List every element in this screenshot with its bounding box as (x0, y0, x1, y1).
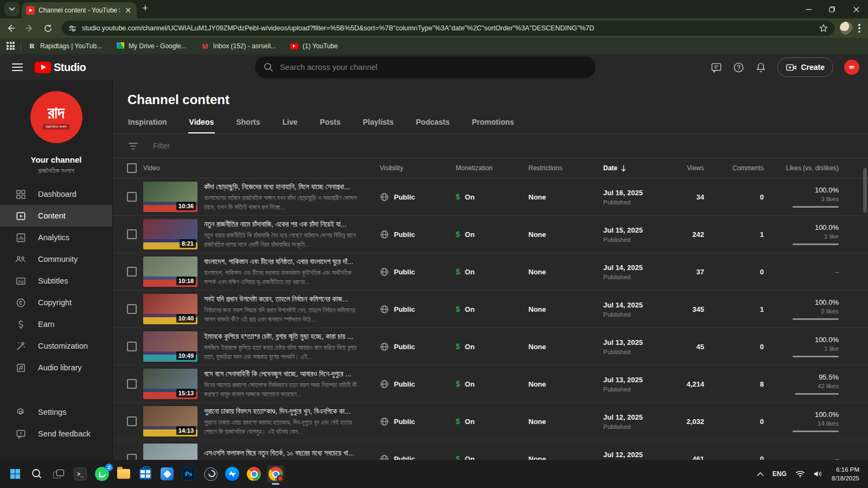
row-checkbox[interactable] (127, 304, 137, 314)
tab-videos[interactable]: Videos (181, 110, 223, 133)
tab-close-icon[interactable]: ✕ (124, 5, 132, 15)
taskbar-explorer[interactable] (115, 465, 132, 483)
taskbar-search[interactable] (28, 465, 46, 483)
sidebar-item-customization[interactable]: Customization (0, 335, 112, 357)
video-title[interactable]: এসএসসি ফলাফল ঘিরে নতুন বিতর্ক, ১০ বছরের … (204, 448, 357, 458)
sidebar-item-content[interactable]: Content (0, 205, 112, 227)
row-checkbox[interactable] (127, 379, 137, 389)
monetization-cell[interactable]: $On (456, 342, 512, 351)
taskbar-task-view[interactable] (50, 465, 67, 483)
col-monetization[interactable]: Monetization (441, 164, 512, 172)
search-input[interactable] (280, 63, 587, 72)
language-indicator[interactable]: ENG (773, 470, 787, 478)
taskbar-whatsapp[interactable]: 2 (93, 465, 111, 483)
monetization-cell[interactable]: $On (456, 192, 512, 201)
video-row[interactable]: 8:21 নতুন রাজনীতির নামে চাঁদাবাজি, একের … (113, 216, 868, 253)
video-title[interactable]: সবই যদি প্রধান উপদেষ্টা করেন, তাহলে নির্… (204, 294, 357, 304)
video-thumbnail[interactable]: 14:13 (143, 406, 197, 436)
tab-live[interactable]: Live (274, 110, 307, 133)
visibility-cell[interactable]: Public (380, 305, 441, 314)
bookmark-item[interactable]: MInbox (152) - asrsell... (201, 42, 276, 50)
bookmark-star-icon[interactable] (819, 24, 828, 33)
sidebar-item-dashboard[interactable]: Dashboard (0, 183, 112, 205)
monetization-cell[interactable]: $On (456, 380, 512, 388)
reload-button[interactable] (40, 21, 55, 36)
row-checkbox[interactable] (127, 229, 137, 239)
video-row[interactable]: 10:49 ইমামকে কুপিয়ে হ*ত্যা*র চেষ্টা, ব্… (113, 328, 868, 365)
col-restrictions[interactable]: Restrictions (512, 164, 588, 172)
row-checkbox[interactable] (127, 416, 137, 426)
tab-inspiration[interactable]: Inspiration (119, 110, 176, 133)
sidebar-item-settings[interactable]: Settings (0, 401, 112, 423)
video-row[interactable]: এসএসসি ফলাফল ঘিরে নতুন বিতর্ক, ১০ বছরের … (113, 440, 868, 460)
taskbar-photoshop[interactable]: Ps (180, 465, 197, 483)
video-thumbnail[interactable]: 10:49 (143, 331, 197, 362)
monetization-cell[interactable]: $On (456, 267, 512, 276)
volume-icon[interactable] (814, 470, 823, 478)
forward-button[interactable] (22, 21, 37, 36)
hamburger-menu-icon[interactable] (12, 63, 23, 71)
back-button[interactable] (3, 21, 18, 36)
monetization-cell[interactable]: $On (456, 454, 512, 460)
sidebar-item-copyright[interactable]: Copyright (0, 292, 112, 313)
col-visibility[interactable]: Visibility (367, 164, 441, 172)
new-tab-button[interactable]: + (142, 2, 148, 14)
tab-posts[interactable]: Posts (311, 110, 349, 133)
visibility-cell[interactable]: Public (380, 454, 441, 460)
row-checkbox[interactable] (127, 267, 137, 277)
channel-avatar[interactable]: রাদ রাজনৈতিক সংলাপ (30, 91, 82, 143)
filter-input[interactable]: Filter (153, 142, 170, 150)
select-all-checkbox[interactable] (127, 163, 137, 173)
video-thumbnail[interactable] (143, 444, 197, 460)
col-views[interactable]: Views (671, 164, 718, 172)
video-row[interactable]: 14:13 পুরানো ঢাকায় বিভৎস হত্যা*কাণ্ড, দ… (113, 403, 868, 440)
browser-menu-icon[interactable] (858, 24, 860, 33)
feedback-comment-icon[interactable] (711, 62, 722, 73)
video-title[interactable]: বসে বসে সেনাবাহিনী কি লেবেনজুস খাচ্ছে, আ… (204, 369, 357, 379)
taskbar-terminal[interactable]: >_ (72, 465, 89, 483)
visibility-cell[interactable]: Public (380, 342, 441, 351)
bookmark-item[interactable]: (1) YouTube (290, 42, 338, 50)
site-settings-icon[interactable] (68, 24, 76, 33)
apps-grid-icon[interactable] (7, 42, 15, 50)
video-row[interactable]: 10:40 সবই যদি প্রধান উপদেষ্টা করেন, তাহল… (113, 291, 868, 328)
visibility-cell[interactable]: Public (380, 192, 441, 202)
video-row[interactable]: 15:13 বসে বসে সেনাবাহিনী কি লেবেনজুস খাচ… (113, 365, 868, 403)
monetization-cell[interactable]: $On (456, 417, 512, 426)
video-thumbnail[interactable]: 10:36 (143, 182, 197, 212)
taskbar-photos[interactable] (158, 465, 176, 483)
taskbar-start[interactable] (7, 465, 24, 483)
visibility-cell[interactable]: Public (380, 380, 441, 389)
wifi-icon[interactable] (795, 471, 805, 478)
tab-shorts[interactable]: Shorts (227, 110, 269, 133)
sidebar-item-audio-library[interactable]: Audio library (0, 357, 112, 378)
visibility-cell[interactable]: Public (380, 267, 441, 277)
close-button[interactable] (844, 0, 868, 18)
col-likes[interactable]: Likes (vs. dislikes) (777, 164, 868, 172)
sidebar-item-analytics[interactable]: Analytics (0, 227, 112, 248)
monetization-cell[interactable]: $On (456, 230, 512, 239)
url-bar[interactable]: studio.youtube.com/channel/UCWIALuM1JY09… (62, 21, 834, 36)
sidebar-item-subtitles[interactable]: Subtitles (0, 270, 112, 292)
studio-search[interactable] (255, 56, 596, 78)
video-thumbnail[interactable]: 8:21 (143, 219, 197, 249)
bookmark-item[interactable]: My Drive - Google... (116, 42, 187, 50)
taskbar-clock[interactable]: 6:16 PM 8/18/2025 (832, 465, 859, 483)
visibility-cell[interactable]: Public (380, 230, 441, 239)
video-title[interactable]: কাঁদা ছোড়াছুড়ি, নিজেদের মধ্যে হানাহানি… (204, 182, 357, 192)
video-row[interactable]: 10:18 বাংলাদেশ, পাকিস্তান এবং চীনের ঘনিষ… (113, 253, 868, 291)
bookmark-item[interactable]: RRapidtags | YouTub... (28, 42, 102, 50)
col-date[interactable]: Date (588, 164, 671, 172)
monetization-cell[interactable]: $On (456, 305, 512, 313)
tab-search-button[interactable] (4, 2, 20, 16)
sidebar-item-earn[interactable]: Earn (0, 313, 112, 335)
help-icon[interactable] (733, 62, 744, 73)
tab-promotions[interactable]: Promotions (463, 110, 523, 133)
sidebar-item-send-feedback[interactable]: Send feedback (0, 423, 112, 445)
tray-chevron-up-icon[interactable] (757, 472, 764, 477)
tab-playlists[interactable]: Playlists (354, 110, 403, 133)
browser-tab[interactable]: Channel content - YouTube Stu ✕ (22, 2, 137, 18)
video-title[interactable]: পুরানো ঢাকায় বিভৎস হত্যা*কাণ্ড, দিন-দুপ… (204, 407, 357, 416)
visibility-cell[interactable]: Public (380, 417, 441, 426)
taskbar-chrome-profile[interactable] (267, 465, 284, 483)
